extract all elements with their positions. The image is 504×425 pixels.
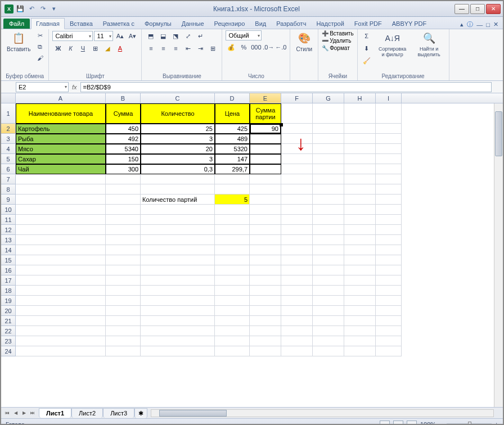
page-layout-view-icon[interactable]	[393, 421, 403, 426]
autosum-icon[interactable]: Σ	[361, 30, 372, 42]
cell-C1[interactable]: Количество	[141, 103, 215, 124]
cell-A21[interactable]	[16, 316, 106, 326]
cell-H9[interactable]	[344, 195, 376, 205]
percent-icon[interactable]: %	[238, 42, 249, 53]
cell-H20[interactable]	[344, 306, 376, 316]
cell-A11[interactable]	[16, 215, 106, 225]
cell-A5[interactable]: Сахар	[16, 154, 106, 164]
row-header-14[interactable]: 14	[1, 245, 16, 255]
cell-F14[interactable]	[281, 245, 313, 255]
cell-B1[interactable]: Сумма	[106, 103, 141, 124]
font-name-combo[interactable]: Calibri	[52, 31, 93, 41]
cell-E11[interactable]	[250, 215, 281, 225]
cell-F23[interactable]	[281, 336, 313, 346]
fill-icon[interactable]: ⬇	[361, 43, 372, 54]
cell-B21[interactable]	[106, 316, 141, 326]
cell-C12[interactable]	[141, 225, 215, 235]
cell-E16[interactable]	[250, 265, 281, 275]
cell-I2[interactable]	[376, 124, 402, 134]
sheet-tab-2[interactable]: Лист2	[71, 408, 103, 418]
cell-B11[interactable]	[106, 215, 141, 225]
cell-B20[interactable]	[106, 306, 141, 316]
cell-B18[interactable]	[106, 286, 141, 296]
cell-B15[interactable]	[106, 255, 141, 265]
format-cells-label[interactable]: Формат	[330, 45, 350, 51]
cell-F10[interactable]	[281, 205, 313, 215]
cell-I14[interactable]	[376, 245, 402, 255]
align-middle-icon[interactable]: ⬓	[158, 30, 169, 42]
formula-input[interactable]: =B2/$D$9	[80, 82, 492, 92]
cell-D1[interactable]: Цена	[215, 103, 250, 124]
cells-grid[interactable]: Наименование товараСуммаКоличествоЦенаСу…	[16, 103, 402, 356]
cell-E18[interactable]	[250, 286, 281, 296]
cell-E24[interactable]	[250, 346, 281, 356]
close-button[interactable]: ✕	[486, 4, 501, 14]
font-size-combo[interactable]: 11	[94, 31, 113, 41]
cell-D16[interactable]	[215, 265, 250, 275]
cell-B8[interactable]	[106, 184, 141, 195]
cell-C18[interactable]	[141, 286, 215, 296]
delete-cells-icon[interactable]: ➖	[322, 38, 328, 44]
align-right-icon[interactable]: ≡	[170, 43, 181, 54]
cell-A2[interactable]: Картофель	[16, 124, 106, 134]
cell-I20[interactable]	[376, 306, 402, 316]
cell-D7[interactable]	[215, 174, 250, 184]
merge-icon[interactable]: ⊞	[207, 43, 218, 54]
cell-A6[interactable]: Чай	[16, 164, 106, 174]
cell-D8[interactable]	[215, 184, 250, 195]
cell-E13[interactable]	[250, 235, 281, 245]
cell-E14[interactable]	[250, 245, 281, 255]
orientation-icon[interactable]: ⤢	[182, 30, 194, 42]
cell-D18[interactable]	[215, 286, 250, 296]
row-header-5[interactable]: 5	[1, 154, 16, 164]
cell-G1[interactable]	[313, 103, 344, 124]
cell-A17[interactable]	[16, 275, 106, 286]
cell-I1[interactable]	[376, 103, 402, 124]
format-painter-icon[interactable]: 🖌	[35, 53, 45, 63]
cell-C13[interactable]	[141, 235, 215, 245]
cell-D20[interactable]	[215, 306, 250, 316]
cell-H2[interactable]	[344, 124, 376, 134]
cell-D14[interactable]	[215, 245, 250, 255]
row-header-21[interactable]: 21	[1, 316, 16, 326]
cell-I17[interactable]	[376, 275, 402, 286]
cell-I18[interactable]	[376, 286, 402, 296]
cell-A4[interactable]: Мясо	[16, 144, 106, 154]
cell-H11[interactable]	[344, 215, 376, 225]
col-header-A[interactable]: A	[16, 93, 106, 103]
cell-C3[interactable]: 3	[141, 134, 215, 144]
help-icon[interactable]: ⓘ	[467, 20, 473, 29]
cell-F22[interactable]	[281, 326, 313, 336]
cell-C9[interactable]: Количество партий	[141, 195, 215, 205]
border-icon[interactable]: ⊞	[89, 43, 101, 54]
sheet-nav-first-icon[interactable]: ⏮	[3, 409, 11, 417]
cell-F19[interactable]	[281, 296, 313, 306]
row-header-11[interactable]: 11	[1, 215, 16, 225]
tab-formulas[interactable]: Формулы	[140, 18, 177, 29]
sort-filter-button[interactable]: A↓Я Сортировка и фильтр	[375, 30, 411, 58]
cell-C20[interactable]	[141, 306, 215, 316]
row-header-19[interactable]: 19	[1, 296, 16, 306]
cell-E10[interactable]	[250, 205, 281, 215]
cell-D11[interactable]	[215, 215, 250, 225]
cell-A3[interactable]: Рыба	[16, 134, 106, 144]
cell-C8[interactable]	[141, 184, 215, 195]
cell-I11[interactable]	[376, 215, 402, 225]
vertical-scrollbar[interactable]	[494, 103, 503, 407]
cell-G15[interactable]	[313, 255, 344, 265]
cell-H8[interactable]	[344, 184, 376, 195]
cell-A24[interactable]	[16, 346, 106, 356]
cell-C6[interactable]: 0,3	[141, 164, 215, 174]
col-header-H[interactable]: H	[344, 93, 376, 103]
sheet-nav-next-icon[interactable]: ▶	[20, 409, 28, 417]
cell-B13[interactable]	[106, 235, 141, 245]
cell-A22[interactable]	[16, 326, 106, 336]
cell-I3[interactable]	[376, 134, 402, 144]
row-header-24[interactable]: 24	[1, 346, 16, 356]
cell-H14[interactable]	[344, 245, 376, 255]
cell-A12[interactable]	[16, 225, 106, 235]
cell-D6[interactable]: 299,7	[215, 164, 250, 174]
sheet-tab-3[interactable]: Лист3	[103, 408, 134, 418]
cell-H21[interactable]	[344, 316, 376, 326]
tab-addins[interactable]: Надстрой	[311, 18, 349, 29]
